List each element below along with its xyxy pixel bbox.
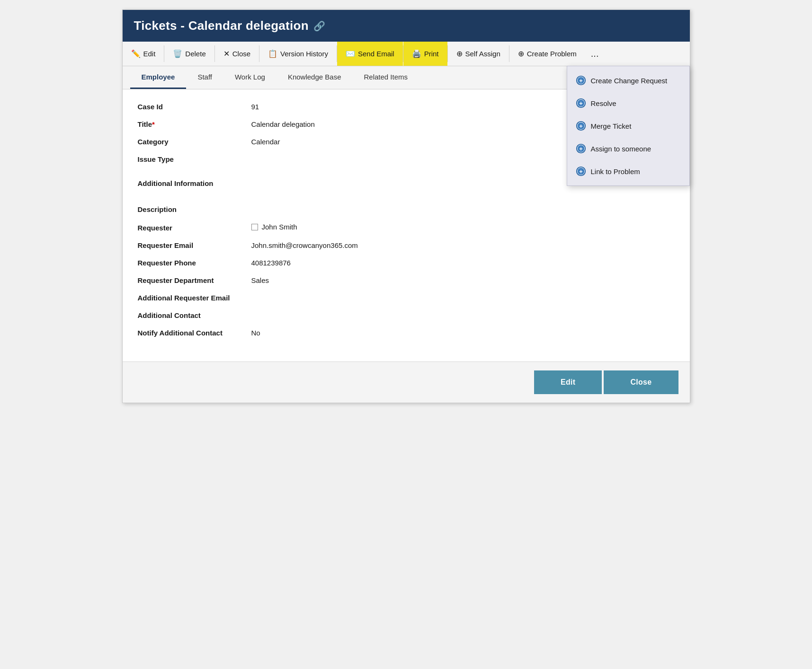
field-row-requester: Requester John Smith [138,223,675,232]
field-row-requester-email: Requester Email John.smith@crowcanyon365… [138,241,675,249]
link-icon[interactable]: 🔗 [313,20,325,32]
dropdown-label-merge-ticket: Merge Ticket [591,122,632,130]
footer-edit-button[interactable]: Edit [534,370,602,394]
title-value: Calendar delegation [251,120,315,128]
close-icon: ✕ [223,49,230,58]
tab-staff[interactable]: Staff [186,66,223,89]
issue-type-label: Issue Type [138,155,251,163]
additional-requester-email-label: Additional Requester Email [138,294,251,302]
requester-dept-label: Requester Department [138,276,251,284]
requester-label: Requester [138,224,251,232]
footer: Edit Close [123,361,690,403]
delete-icon: 🗑️ [173,49,182,58]
field-row-description: Description [138,205,675,213]
title-label: Title* [138,120,251,128]
create-problem-button[interactable]: ⊕ Create Problem [509,42,585,66]
self-assign-icon: ⊕ [456,49,463,58]
tab-knowledge-base[interactable]: Knowledge Base [277,66,353,89]
category-value: Calendar [251,138,280,146]
assign-to-someone-icon: + [576,143,586,154]
tab-work-log[interactable]: Work Log [223,66,277,89]
edit-icon: ✏️ [131,49,141,58]
svg-text:+: + [579,168,583,175]
category-label: Category [138,138,251,146]
version-history-button[interactable]: 📋 Version History [259,42,337,66]
svg-text:+: + [579,123,583,130]
page-title: Tickets - Calendar delegation [134,18,309,33]
create-change-request-icon: + [576,75,586,86]
field-row-additional-contact: Additional Contact [138,311,675,319]
send-email-icon: ✉️ [346,49,355,58]
title-required: * [152,120,155,128]
tab-related-items[interactable]: Related Items [352,66,419,89]
case-id-value: 91 [251,103,259,111]
dropdown-label-link-to-problem: Link to Problem [591,167,640,176]
link-to-problem-icon: + [576,166,586,176]
window-header: Tickets - Calendar delegation 🔗 [123,10,690,42]
close-button[interactable]: ✕ Close [215,42,259,66]
dropdown-item-resolve[interactable]: + Resolve [567,92,689,114]
dropdown-label-assign-to-someone: Assign to someone [591,145,651,153]
requester-phone-value: 4081239876 [251,259,291,267]
dropdown-menu: + Create Change Request + Resolve + Mer [567,66,690,186]
create-problem-icon: ⊕ [518,49,524,58]
field-row-requester-dept: Requester Department Sales [138,276,675,284]
case-id-label: Case Id [138,103,251,111]
dropdown-item-create-change-request[interactable]: + Create Change Request [567,69,689,92]
field-row-additional-requester-email: Additional Requester Email [138,294,675,302]
dropdown-item-merge-ticket[interactable]: + Merge Ticket [567,114,689,137]
tab-employee[interactable]: Employee [130,66,187,89]
version-history-icon: 📋 [268,49,277,58]
svg-text:+: + [579,100,583,107]
svg-text:+: + [579,145,583,152]
resolve-icon: + [576,98,586,108]
footer-close-button[interactable]: Close [604,370,678,394]
description-label: Description [138,205,251,213]
merge-ticket-icon: + [576,121,586,131]
notify-additional-label: Notify Additional Contact [138,329,251,337]
print-icon: 🖨️ [412,49,421,58]
dropdown-label-create-change-request: Create Change Request [591,77,668,85]
additional-info-header: Additional Information [138,179,214,187]
requester-dept-value: Sales [251,276,269,284]
dropdown-item-link-to-problem[interactable]: + Link to Problem [567,160,689,183]
dropdown-item-assign-to-someone[interactable]: + Assign to someone [567,137,689,160]
main-window: Tickets - Calendar delegation 🔗 ✏️ Edit … [122,9,690,403]
toolbar: ✏️ Edit 🗑️ Delete ✕ Close 📋 Version Hist… [123,42,690,66]
requester-email-value: John.smith@crowcanyon365.com [251,241,358,249]
print-button[interactable]: 🖨️ Print [403,42,447,66]
svg-text:+: + [579,77,583,84]
self-assign-button[interactable]: ⊕ Self Assign [448,42,509,66]
additional-contact-label: Additional Contact [138,311,251,319]
dropdown-label-resolve: Resolve [591,99,616,107]
requester-email-label: Requester Email [138,241,251,249]
field-row-notify-additional: Notify Additional Contact No [138,329,675,337]
edit-button[interactable]: ✏️ Edit [123,42,164,66]
field-row-requester-phone: Requester Phone 4081239876 [138,259,675,267]
send-email-button[interactable]: ✉️ Send Email [337,42,403,66]
requester-checkbox[interactable] [251,224,258,230]
requester-phone-label: Requester Phone [138,259,251,267]
more-button[interactable]: ... [585,42,605,66]
notify-additional-value: No [251,329,260,337]
requester-value: John Smith [251,223,297,231]
delete-button[interactable]: 🗑️ Delete [164,42,214,66]
